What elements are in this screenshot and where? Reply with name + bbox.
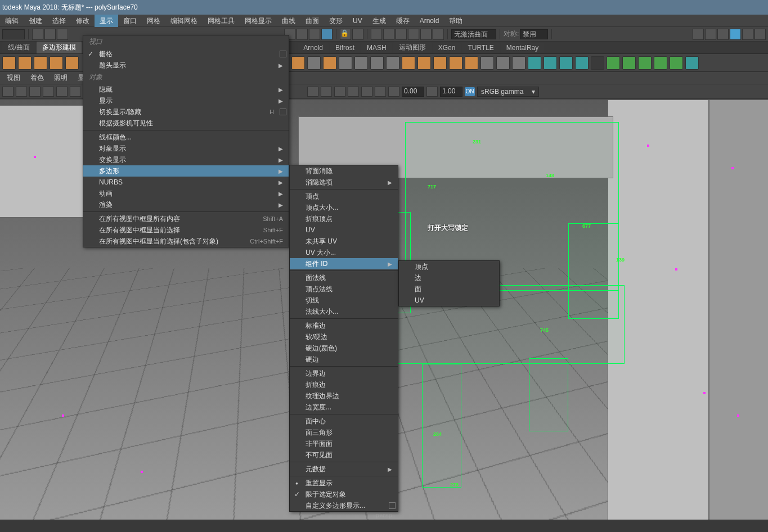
exposure-field[interactable]: 0.00 — [402, 87, 424, 97]
target-weld-icon[interactable] — [607, 56, 620, 70]
shaded-button[interactable] — [321, 87, 332, 97]
menu-item-edge-width[interactable]: 边宽度... — [290, 402, 398, 413]
panel-menu-lighting[interactable]: 照明 — [52, 73, 70, 83]
save-scene-button[interactable] — [57, 29, 68, 40]
poly-type-icon[interactable] — [449, 56, 462, 70]
menu-item-uv-size[interactable]: UV 大小... — [290, 247, 398, 258]
grid-toggle-button[interactable] — [43, 87, 54, 97]
menu-uv[interactable]: UV — [348, 15, 367, 27]
highlight-button[interactable] — [321, 29, 333, 40]
menu-item-object-display[interactable]: 对象显示▶ — [83, 143, 289, 154]
gamma-field[interactable]: 1.00 — [440, 87, 462, 97]
menu-item-reset-display[interactable]: 重置显示 — [290, 477, 398, 489]
menu-item-custom-polygon-display[interactable]: 自定义多边形显示... — [290, 500, 398, 511]
menu-item-metadata[interactable]: 元数据▶ — [290, 463, 398, 475]
menu-help[interactable]: 帮助 — [444, 15, 468, 27]
poly-plane-icon[interactable] — [291, 56, 305, 70]
menu-item-face-centers[interactable]: 面中心 — [290, 416, 398, 427]
menu-item-invisible-faces[interactable]: 不可见面 — [290, 449, 398, 461]
quad-draw-icon[interactable] — [638, 56, 652, 70]
menu-item-uvs[interactable]: UV — [290, 224, 398, 236]
menu-mesh[interactable]: 网格 — [142, 15, 165, 27]
menu-item-crease-edges[interactable]: 折痕边 — [290, 379, 398, 390]
menu-mesh-display[interactable]: 网格显示 — [240, 15, 277, 27]
render-settings-button[interactable] — [717, 29, 729, 40]
light-button[interactable] — [742, 29, 753, 40]
poly-pyramid-icon[interactable] — [354, 56, 368, 70]
colormgmt-toggle[interactable]: ON — [465, 87, 475, 96]
menu-item-wireframe-color[interactable]: 线框颜色... — [83, 132, 289, 143]
snap-grid-button[interactable] — [371, 29, 382, 40]
menu-item-camera-visibility[interactable]: 根据摄影机可见性 — [83, 118, 289, 129]
menu-item-render[interactable]: 渲染▶ — [83, 199, 289, 210]
menu-item-backface-culling[interactable]: 背面消隐 — [290, 165, 398, 177]
menu-item-cid-uv[interactable]: UV — [399, 295, 499, 306]
shelf-tab-turtle[interactable]: TURTLE — [462, 43, 499, 53]
menu-deform[interactable]: 变形 — [324, 15, 348, 27]
menu-item-crease-vertices[interactable]: 折痕顶点 — [290, 213, 398, 224]
shelf-tab-motion[interactable]: 运动图形 — [393, 42, 432, 53]
poly-super-icon[interactable] — [433, 56, 447, 70]
snap-curve-button[interactable] — [383, 29, 394, 40]
poly-prism-icon[interactable] — [339, 56, 352, 70]
menu-cache[interactable]: 缓存 — [391, 15, 415, 27]
menu-item-cid-face[interactable]: 面 — [399, 283, 499, 295]
wireframe-button[interactable] — [307, 87, 318, 97]
poly-soccer-icon[interactable] — [417, 56, 431, 70]
panel-menu-shading[interactable]: 着色 — [28, 73, 46, 83]
menu-display[interactable]: 显示 — [95, 15, 118, 27]
append-icon[interactable] — [575, 56, 589, 70]
snap-live-button[interactable] — [433, 29, 444, 40]
xray-button[interactable] — [388, 87, 399, 97]
menu-item-vertex-normals[interactable]: 顶点法线 — [290, 283, 398, 295]
isolate-button[interactable] — [375, 87, 386, 97]
smooth-icon[interactable] — [512, 56, 526, 70]
symmetry-dropdown[interactable]: 禁用 — [520, 29, 548, 39]
shelf-tab-polymodeling[interactable]: 多边形建模 — [37, 42, 82, 53]
poly-helix-icon[interactable] — [386, 56, 399, 70]
menu-arnold[interactable]: Arnold — [415, 15, 444, 27]
menu-item-hard-edges[interactable]: 硬边 — [290, 354, 398, 365]
menu-item-heads-up[interactable]: 题头显示▶ — [83, 60, 289, 71]
arrow-icon[interactable] — [352, 29, 363, 40]
menu-item-unshared-uvs[interactable]: 未共享 UV — [290, 236, 398, 247]
menu-item-polygons[interactable]: 多边形▶ — [83, 165, 289, 177]
menu-item-frame-all[interactable]: 在所有视图中框显所有内容Shift+A — [83, 213, 289, 224]
menu-item-nurbs[interactable]: NURBS▶ — [83, 177, 289, 188]
shelf-tab-mash[interactable]: MASH — [361, 43, 392, 53]
sculpt-icon[interactable] — [670, 56, 683, 70]
poly-cone-icon[interactable] — [50, 56, 63, 70]
live-surface-field[interactable]: 无激活曲面 — [451, 29, 496, 39]
menu-select[interactable]: 选择 — [47, 15, 71, 27]
menu-item-grid[interactable]: 栅格 — [83, 48, 289, 60]
poly-torus-icon[interactable] — [65, 56, 79, 70]
lasso-tool-button[interactable] — [297, 29, 308, 40]
menu-item-standard-edges[interactable]: 标准边 — [290, 320, 398, 331]
menu-item-toggle-visibility[interactable]: 切换显示/隐藏H — [83, 106, 289, 118]
menu-item-hard-edges-color[interactable]: 硬边(颜色) — [290, 342, 398, 354]
menu-item-face-normals[interactable]: 面法线 — [290, 272, 398, 283]
menu-item-show[interactable]: 显示▶ — [83, 95, 289, 106]
snap-point-button[interactable] — [396, 29, 407, 40]
menu-item-face-triangles[interactable]: 面三角形 — [290, 427, 398, 438]
menu-edit[interactable]: 编辑 — [0, 15, 24, 27]
lights-button[interactable] — [348, 87, 359, 97]
paint-tool-button[interactable] — [309, 29, 320, 40]
image-plane-button[interactable] — [29, 87, 41, 97]
menu-curve[interactable]: 曲线 — [277, 15, 300, 27]
open-scene-button[interactable] — [44, 29, 56, 40]
poly-disc-icon[interactable] — [307, 56, 321, 70]
extrude-icon[interactable] — [528, 56, 541, 70]
menu-generate[interactable]: 生成 — [367, 15, 391, 27]
menu-item-tangents[interactable]: 切线 — [290, 295, 398, 306]
menu-create[interactable]: 创建 — [24, 15, 47, 27]
menu-item-frame-selection-children[interactable]: 在所有视图中框显当前选择(包含子对象)Ctrl+Shift+F — [83, 236, 289, 247]
menu-item-cid-vertex[interactable]: 顶点 — [399, 261, 499, 272]
menu-item-soft-hard-edges[interactable]: 软/硬边 — [290, 331, 398, 342]
new-scene-button[interactable] — [32, 29, 43, 40]
hypershade-button[interactable] — [730, 29, 741, 40]
menu-item-normals-size[interactable]: 法线大小... — [290, 306, 398, 317]
menu-edit-mesh[interactable]: 编辑网格 — [165, 15, 203, 27]
shelf-tab-xgen[interactable]: XGen — [433, 43, 461, 53]
film-gate-button[interactable] — [56, 87, 68, 97]
